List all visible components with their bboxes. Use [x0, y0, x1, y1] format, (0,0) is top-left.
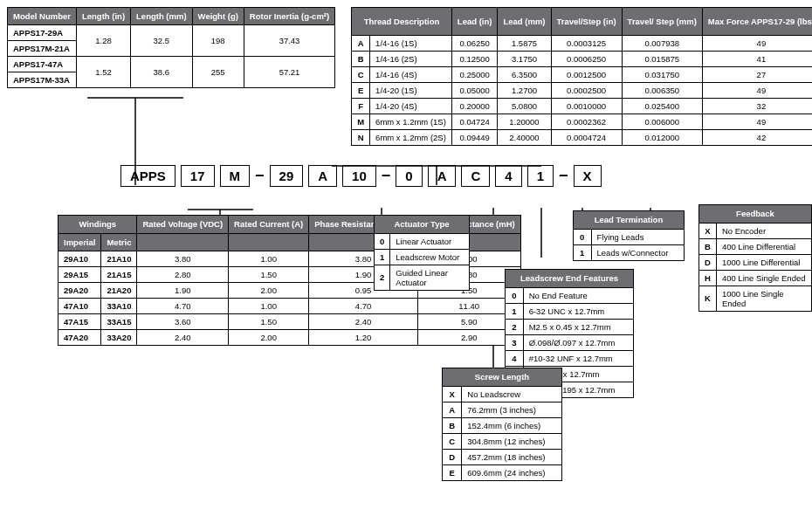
thread-cell: 0.031750 [622, 67, 702, 83]
thread-cell: 32 [702, 99, 812, 114]
thread-cell: 0.09449 [451, 130, 498, 146]
windings-h0: Imperial [58, 233, 101, 251]
pn-separator: − [382, 167, 391, 185]
kv-val: No Encoder [716, 223, 811, 238]
model-cell: APPS17M-33A [8, 72, 77, 88]
kv-key: 3 [506, 334, 524, 350]
windings-cell: 1.90 [137, 283, 229, 299]
actuator-type-title: Actuator Type [375, 216, 470, 233]
thread-cell: C [352, 67, 370, 83]
thread-cell: 0.0004724 [551, 130, 622, 146]
model-val: 38.6 [131, 57, 193, 88]
model-val: 255 [192, 57, 244, 88]
thread-cell: 0.007938 [622, 36, 702, 52]
kv-key: H [699, 270, 717, 286]
thread-cell: 0.015875 [622, 52, 702, 67]
thread-cell: 49 [702, 36, 812, 52]
top-row: Model Number Length (in) Length (mm) Wei… [7, 7, 805, 146]
pn-segment: 4 [495, 165, 521, 187]
kv-val: 76.2mm (3 inches) [462, 402, 562, 417]
windings-cell: 29A20 [58, 283, 101, 299]
windings-cell: 21A20 [101, 283, 137, 299]
model-h3: Weight (g) [192, 8, 244, 25]
kv-val: No Leadscrew [462, 386, 562, 402]
thread-cell: 6mm x 1.2mm (1S) [370, 114, 452, 130]
lower-area: Windings Rated Voltage (VDC) Rated Curre… [7, 196, 805, 501]
thread-h4: Travel/ Step (mm) [622, 8, 702, 36]
kv-key: D [699, 254, 717, 270]
windings-cell: 47A15 [58, 314, 101, 330]
thread-h2: Lead (mm) [498, 8, 551, 36]
windings-cell: 1.50 [229, 267, 309, 283]
model-val: 32.5 [131, 25, 193, 57]
windings-cell: 1.20 [309, 330, 417, 346]
kv-key: 1 [506, 303, 524, 319]
kv-key: 2 [506, 319, 524, 334]
thread-cell: 0.0002362 [551, 114, 622, 130]
thread-cell: 1/4-16 (4S) [370, 67, 452, 83]
thread-cell: 0.012000 [622, 130, 702, 146]
thread-cell: 6.3500 [498, 67, 551, 83]
windings-h2: Rated Voltage (VDC) [137, 216, 229, 233]
windings-cell: 2.40 [309, 314, 417, 330]
kv-key: X [443, 386, 462, 402]
thread-cell: 0.20000 [451, 99, 498, 114]
kv-key: C [443, 433, 462, 449]
part-number: APPS17M−29A10−0AC41−X [7, 165, 805, 187]
kv-val: Leads w/Connector [591, 244, 684, 260]
windings-cell: 29A10 [58, 251, 101, 267]
kv-key: 1 [574, 244, 592, 260]
model-val: 198 [192, 25, 244, 57]
pn-segment: 1 [527, 165, 554, 187]
thread-cell: 27 [702, 67, 812, 83]
windings-h3: Rated Current (A) [229, 216, 309, 233]
thread-cell: 6mm x 1.2mm (2S) [370, 130, 452, 146]
thread-h0: Thread Description [352, 8, 452, 36]
windings-cell: 21A10 [101, 251, 137, 267]
thread-cell: B [352, 52, 370, 67]
kv-key: X [699, 223, 717, 238]
feedback-table: Feedback XNo EncoderB400 Line Differenti… [698, 204, 812, 311]
end-features-title: Leadscrew End Features [506, 270, 634, 287]
pn-segment: A [428, 165, 457, 187]
thread-cell: 0.0002500 [551, 83, 622, 99]
thread-cell: 0.0012500 [551, 67, 622, 83]
thread-cell: 3.1750 [498, 52, 551, 67]
kv-val: 1000 Line Differential [716, 254, 811, 270]
kv-key: 1 [375, 249, 390, 265]
model-table: Model Number Length (in) Length (mm) Wei… [7, 7, 335, 88]
kv-val: M2.5 x 0.45 x 12.7mm [523, 319, 633, 334]
kv-val: Linear Actuator [390, 233, 470, 249]
model-h2: Length (mm) [131, 8, 193, 25]
pn-segment: M [220, 165, 251, 187]
kv-key: K [699, 286, 717, 311]
kv-key: A [443, 402, 462, 417]
thread-cell: 1/4-16 (2S) [370, 52, 452, 67]
thread-h1: Lead (in) [451, 8, 498, 36]
actuator-type-table: Actuator Type 0Linear Actuator1Leadscrew… [374, 215, 470, 290]
thread-cell: E [352, 83, 370, 99]
windings-cell: 4.70 [309, 299, 417, 314]
thread-cell: 1.5875 [498, 36, 551, 52]
thread-cell: 0.0010000 [551, 99, 622, 114]
screw-length-table: Screw Length XNo LeadscrewA76.2mm (3 inc… [442, 368, 562, 480]
thread-cell: 49 [702, 114, 812, 130]
windings-cell: 3.80 [137, 251, 229, 267]
thread-cell: 1.20000 [498, 114, 551, 130]
lead-term-title: Lead Termination [574, 211, 685, 229]
windings-cell: 2.80 [137, 267, 229, 283]
thread-cell: F [352, 99, 370, 114]
pn-segment: C [461, 165, 490, 187]
kv-key: B [699, 238, 717, 254]
windings-cell: 3.60 [137, 314, 229, 330]
kv-val: No End Feature [523, 287, 633, 303]
thread-h5: Max Force APPS17-29 (lbs) [702, 8, 812, 36]
kv-key: 0 [506, 287, 524, 303]
kv-key: B [443, 417, 462, 433]
windings-h1: Metric [101, 233, 137, 251]
windings-cell: 2.00 [229, 283, 309, 299]
lead-term-table: Lead Termination 0Flying Leads1Leads w/C… [573, 210, 685, 260]
thread-cell: A [352, 36, 370, 52]
pn-segment: A [308, 165, 337, 187]
windings-cell: 47A10 [58, 299, 101, 314]
